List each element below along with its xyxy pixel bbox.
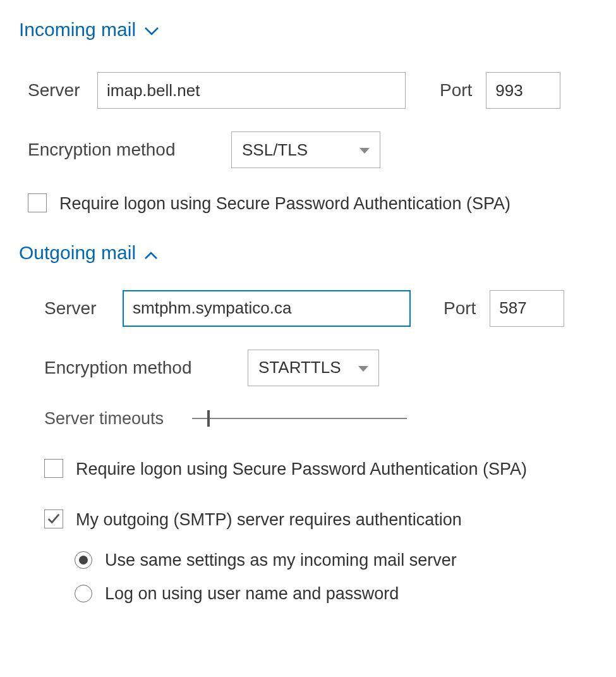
outgoing-port-input[interactable] bbox=[490, 290, 564, 327]
incoming-encryption-select[interactable]: SSL/TLS bbox=[231, 131, 380, 168]
outgoing-spa-checkbox[interactable] bbox=[44, 459, 63, 478]
outgoing-encryption-select[interactable]: STARTTLS bbox=[248, 350, 379, 386]
incoming-port-label: Port bbox=[440, 80, 472, 101]
incoming-port-input[interactable] bbox=[486, 72, 560, 109]
incoming-spa-checkbox[interactable] bbox=[28, 193, 47, 212]
chevron-up-icon bbox=[145, 242, 157, 264]
server-timeouts-label: Server timeouts bbox=[44, 409, 177, 429]
outgoing-auth-checkbox[interactable] bbox=[44, 509, 63, 528]
incoming-encryption-label: Encryption method bbox=[28, 140, 216, 160]
incoming-mail-toggle[interactable]: Incoming mail bbox=[19, 19, 597, 40]
slider-thumb[interactable] bbox=[207, 410, 210, 427]
outgoing-mail-title: Outgoing mail bbox=[19, 242, 136, 264]
outgoing-auth-label: My outgoing (SMTP) server requires authe… bbox=[76, 507, 462, 533]
outgoing-encryption-label: Encryption method bbox=[44, 358, 233, 378]
outgoing-server-input[interactable] bbox=[123, 290, 411, 327]
radio-same-settings-label: Use same settings as my incoming mail se… bbox=[105, 551, 457, 570]
incoming-server-input[interactable] bbox=[97, 72, 406, 109]
outgoing-port-label: Port bbox=[444, 298, 476, 319]
server-timeouts-slider[interactable] bbox=[192, 409, 407, 428]
incoming-spa-label: Require logon using Secure Password Auth… bbox=[59, 191, 510, 217]
radio-logon-userpass[interactable] bbox=[75, 585, 92, 602]
incoming-encryption-value: SSL/TLS bbox=[242, 140, 308, 160]
radio-logon-userpass-label: Log on using user name and password bbox=[105, 584, 399, 604]
outgoing-mail-toggle[interactable]: Outgoing mail bbox=[19, 242, 597, 264]
radio-same-settings[interactable] bbox=[75, 551, 92, 569]
outgoing-spa-label: Require logon using Secure Password Auth… bbox=[76, 456, 527, 482]
slider-track bbox=[192, 418, 407, 419]
outgoing-encryption-value: STARTTLS bbox=[258, 358, 341, 377]
incoming-server-label: Server bbox=[28, 80, 97, 101]
outgoing-server-label: Server bbox=[44, 298, 123, 319]
chevron-down-icon bbox=[145, 19, 159, 40]
incoming-mail-title: Incoming mail bbox=[19, 19, 136, 40]
checkmark-icon bbox=[47, 512, 61, 526]
dropdown-caret-icon bbox=[358, 361, 368, 375]
dropdown-caret-icon bbox=[359, 143, 370, 157]
